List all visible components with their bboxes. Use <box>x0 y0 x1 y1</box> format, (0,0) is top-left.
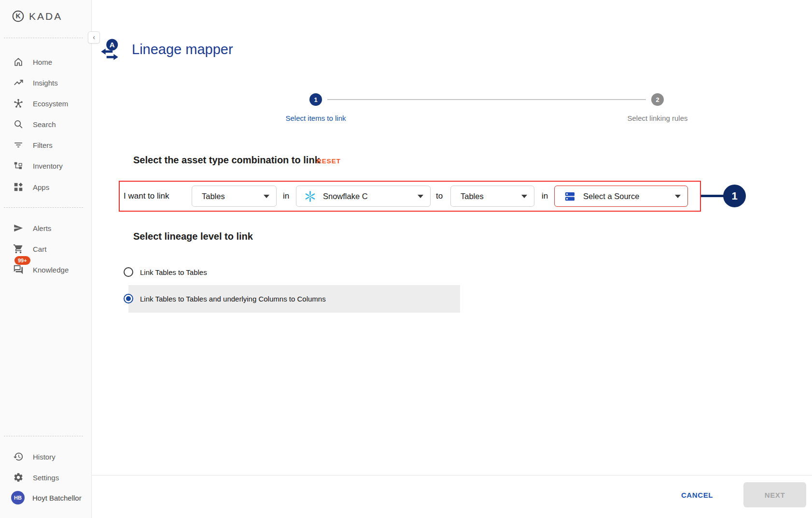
sidebar-item-label: Cart <box>33 245 46 253</box>
sidebar-item-knowledge[interactable]: Knowledge <box>0 260 92 279</box>
footer-divider <box>92 475 812 475</box>
sidebar-item-label: Insights <box>33 79 58 87</box>
lineage-section-heading: Select lineage level to link <box>133 231 253 242</box>
reset-button[interactable]: RESET <box>317 158 341 165</box>
snowflake-icon <box>304 190 316 202</box>
history-icon <box>13 451 24 462</box>
select-value: Snowflake C <box>323 192 368 201</box>
schema-icon <box>13 160 24 171</box>
logo-text: KADA <box>29 11 62 22</box>
trending-up-icon <box>13 77 24 88</box>
avatar: HB <box>11 491 25 504</box>
home-icon <box>13 57 24 67</box>
sidebar-item-label: Settings <box>33 474 59 482</box>
chevron-down-icon <box>418 195 423 198</box>
radio-checked-icon[interactable] <box>124 294 133 303</box>
radio-unchecked-icon[interactable] <box>124 267 133 277</box>
sidebar-item-history[interactable]: History <box>0 447 92 466</box>
select-value: Tables <box>461 192 484 201</box>
step-1-circle: 1 <box>309 93 322 106</box>
source-dns-icon <box>564 191 575 202</box>
sidebar-item-filters[interactable]: Filters <box>0 135 92 155</box>
filter-icon <box>13 140 24 150</box>
cart-icon <box>13 244 24 254</box>
kada-logo: K KADA <box>12 10 62 23</box>
chevron-down-icon <box>521 195 527 198</box>
asset-section-heading: Select the asset type combination to lin… <box>133 155 320 166</box>
sidebar-item-label: Alerts <box>33 224 51 232</box>
next-button[interactable]: NEXT <box>743 482 806 507</box>
sidebar-item-home[interactable]: Home <box>0 52 92 72</box>
annotation-connector <box>701 195 724 197</box>
sidebar-item-inventory[interactable]: Inventory <box>0 156 92 175</box>
annotation-1-marker: 1 <box>723 185 746 207</box>
sidebar-item-ecosystem[interactable]: Ecosystem <box>0 94 92 113</box>
page-title: Lineage mapper <box>132 42 233 58</box>
sidebar-collapse-button[interactable]: ‹ <box>88 31 100 43</box>
sidebar-item-label: Apps <box>33 183 49 191</box>
target-asset-type-select[interactable]: Tables <box>450 186 534 207</box>
select-value: Tables <box>202 192 225 201</box>
sidebar-divider-middle <box>4 207 83 208</box>
sidebar-item-label: Filters <box>33 141 53 149</box>
svg-text:A: A <box>110 41 115 49</box>
sidebar-item-label: Knowledge <box>33 266 69 274</box>
step-2-circle: 2 <box>651 93 664 106</box>
phrase-lead: I want to link <box>124 181 169 212</box>
sidebar-item-apps[interactable]: Apps <box>0 177 92 197</box>
sidebar-item-label: History <box>33 453 56 461</box>
sidebar-item-settings[interactable]: Settings <box>0 468 92 487</box>
send-icon <box>13 223 24 233</box>
user-name: Hoyt Batchellor <box>32 494 82 502</box>
radio-option-tables-and-columns[interactable]: Link Tables to Tables and underlying Col… <box>124 289 326 308</box>
step-2-label: Select linking rules <box>585 114 730 122</box>
phrase-in-2: in <box>542 181 548 212</box>
stepper-connector <box>327 99 646 100</box>
chevron-down-icon <box>264 195 269 198</box>
widgets-icon <box>13 182 24 192</box>
sidebar-item-label: Inventory <box>33 162 63 170</box>
chevron-left-icon: ‹ <box>93 33 95 41</box>
chevron-down-icon <box>675 195 681 198</box>
cancel-button[interactable]: CANCEL <box>675 488 719 503</box>
sidebar-item-search[interactable]: Search <box>0 115 92 134</box>
phrase-in-1: in <box>283 181 289 212</box>
sidebar-item-label: Search <box>33 120 56 129</box>
knowledge-badge: 99+ <box>14 256 30 265</box>
sidebar-item-cart[interactable]: Cart <box>0 239 92 259</box>
sidebar-item-insights[interactable]: Insights <box>0 73 92 92</box>
sidebar-item-label: Home <box>33 58 52 66</box>
sidebar-item-alerts[interactable]: Alerts <box>0 218 92 238</box>
search-icon <box>13 119 24 130</box>
gear-icon <box>13 472 24 483</box>
radio-label: Link Tables to Tables <box>140 268 207 276</box>
source-system-select[interactable]: Snowflake C <box>296 186 431 207</box>
target-source-select[interactable]: Select a Source <box>554 186 688 207</box>
sidebar: K KADA Home Insights Ecosystem Search Fi… <box>0 0 92 518</box>
kada-k-circle-icon: K <box>12 10 25 23</box>
svg-text:K: K <box>15 12 21 20</box>
select-value: Select a Source <box>583 192 639 201</box>
hub-icon <box>13 98 24 109</box>
sidebar-divider-bottom <box>4 436 83 436</box>
radio-option-tables-to-tables[interactable]: Link Tables to Tables <box>124 262 207 282</box>
lineage-swap-a-icon: A <box>98 38 122 62</box>
chat-icon <box>13 264 24 275</box>
user-menu[interactable]: HB Hoyt Batchellor <box>0 488 92 507</box>
phrase-to: to <box>436 181 443 212</box>
radio-label: Link Tables to Tables and underlying Col… <box>140 295 326 303</box>
source-asset-type-select[interactable]: Tables <box>192 186 277 207</box>
step-1-label: Select items to link <box>243 114 388 122</box>
sidebar-item-label: Ecosystem <box>33 100 68 108</box>
sidebar-divider-top <box>4 38 83 38</box>
